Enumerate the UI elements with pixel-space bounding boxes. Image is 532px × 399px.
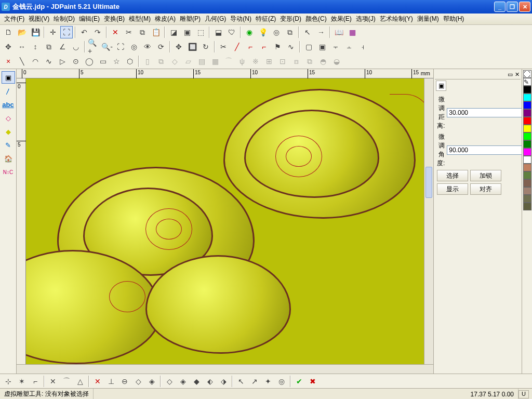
tool-region-icon[interactable]: ◇ (2, 112, 15, 124)
menu-draw[interactable]: 绘制(D) (51, 14, 77, 24)
menu-guide[interactable]: 导动(N) (228, 14, 254, 24)
swatch[interactable] (523, 86, 531, 94)
zoom-fit-icon[interactable]: ⛶ (114, 41, 127, 53)
diamond2-icon[interactable]: ◈ (177, 375, 189, 388)
scissor-icon[interactable]: ✂ (217, 41, 230, 53)
tool-measure-icon[interactable]: N↕C (2, 166, 15, 178)
op5-icon[interactable]: ▤ (195, 55, 208, 68)
cancel-icon[interactable]: ✖ (307, 375, 319, 388)
tool-bbox-icon[interactable]: ▣ (2, 71, 15, 84)
tool-brush-icon[interactable]: ✎ (2, 139, 15, 151)
swatch[interactable] (523, 109, 531, 117)
wire-icon[interactable]: ⬚ (194, 26, 207, 38)
menu-view[interactable]: 视图(V) (26, 14, 51, 24)
bulb-green-icon[interactable]: ◉ (243, 26, 256, 38)
overlap-icon[interactable]: ⧉ (284, 26, 296, 38)
paste-icon[interactable]: 📋 (150, 26, 162, 38)
op1-icon[interactable]: ▯ (141, 55, 154, 68)
refresh-icon[interactable]: ⟳ (155, 41, 167, 53)
move-icon[interactable]: ✥ (2, 41, 15, 53)
align1-icon[interactable]: ⫟ (329, 41, 342, 53)
swatch[interactable] (523, 156, 531, 164)
ptr1-icon[interactable]: ↖ (235, 375, 247, 388)
book-icon[interactable]: 📖 (332, 26, 345, 38)
ptr2-icon[interactable]: ↗ (248, 375, 261, 388)
menu-effect[interactable]: 效果(E) (329, 14, 354, 24)
diamond4-icon[interactable]: ⬖ (204, 375, 216, 388)
zoom-out-icon[interactable]: 🔍- (101, 41, 113, 53)
frame2-icon[interactable]: ▣ (316, 41, 328, 53)
swatch[interactable] (523, 94, 531, 101)
menu-options[interactable]: 选项(J) (354, 14, 378, 24)
swatch[interactable] (523, 117, 531, 125)
mid-icon[interactable]: ◇ (132, 375, 144, 388)
swatch[interactable] (523, 132, 531, 140)
op6-icon[interactable]: ▦ (209, 55, 221, 68)
arrow-right-icon[interactable]: → (315, 26, 327, 38)
maximize-button[interactable]: ❐ (507, 2, 518, 12)
arc-icon[interactable]: ◠ (29, 55, 42, 68)
nudge-distance-input[interactable] (447, 108, 529, 117)
rotate-view-icon[interactable]: ↻ (200, 41, 212, 53)
menu-deform[interactable]: 变形(D) (278, 14, 303, 24)
circle-dot-icon[interactable]: ⊙ (70, 55, 82, 68)
hexagon-icon[interactable]: ⬡ (124, 55, 136, 68)
op11-icon[interactable]: ⊡ (276, 55, 289, 68)
panel-close-icon[interactable]: ✕ (515, 71, 520, 78)
menu-file[interactable]: 文件(F) (2, 14, 26, 24)
diamond3-icon[interactable]: ◆ (190, 375, 203, 388)
open-file-icon[interactable]: 📂 (16, 26, 28, 38)
rect-icon[interactable]: ▭ (97, 55, 109, 68)
redo-icon[interactable]: ↷ (91, 26, 104, 38)
cursor-icon[interactable]: ↖ (301, 26, 314, 38)
grid-icon[interactable]: ▦ (346, 26, 358, 38)
cut-icon[interactable]: ✂ (123, 26, 135, 38)
swatch[interactable] (523, 101, 531, 109)
swatch[interactable] (523, 140, 531, 148)
save-file-icon[interactable]: 💾 (29, 26, 42, 38)
cross-icon[interactable]: ✕ (91, 375, 104, 388)
op13-icon[interactable]: ⧉ (303, 55, 316, 68)
menu-color[interactable]: 颜色(C) (303, 14, 329, 24)
align-button[interactable]: 对齐 (470, 183, 501, 195)
dim-h-icon[interactable]: ↔ (16, 41, 28, 53)
bulb-yellow-icon[interactable]: 💡 (257, 26, 269, 38)
swatch[interactable] (523, 179, 531, 187)
snap2-icon[interactable]: ✶ (16, 375, 28, 388)
swatch[interactable] (523, 195, 531, 203)
show-button[interactable]: 显示 (437, 183, 468, 195)
eye-icon[interactable]: 👁 (141, 41, 154, 53)
select-button[interactable]: 选择 (437, 170, 468, 181)
zoom-window-icon[interactable]: 🔲 (186, 41, 198, 53)
perp-icon[interactable]: ⊥ (105, 375, 117, 388)
zoom-all-icon[interactable]: ◎ (128, 41, 140, 53)
menu-geom[interactable]: 几何(G) (203, 14, 228, 24)
op10-icon[interactable]: ⊞ (263, 55, 275, 68)
select-box-icon[interactable]: ⛶ (60, 26, 73, 38)
vertical-scrollbar[interactable] (424, 78, 433, 364)
op15-icon[interactable]: ◒ (330, 55, 343, 68)
op8-icon[interactable]: ψ (236, 55, 248, 68)
panel-tab-select-icon[interactable]: ▣ (436, 81, 446, 91)
tool-text-icon[interactable]: abc (2, 98, 15, 111)
menu-feature[interactable]: 特征(Z) (254, 14, 278, 24)
copy-icon[interactable]: ⧉ (136, 26, 149, 38)
minimize-button[interactable]: _ (494, 2, 506, 12)
line-red-icon[interactable]: ╱ (231, 41, 243, 53)
frame1-icon[interactable]: ▢ (302, 41, 315, 53)
palette-picker-icon[interactable]: ⛶ (523, 70, 531, 78)
lock-button[interactable]: 加锁 (470, 170, 501, 181)
swatch[interactable] (523, 125, 531, 132)
snap3-icon[interactable]: ⌐ (29, 375, 42, 388)
swatch[interactable] (523, 164, 531, 171)
dim-box-icon[interactable]: ⧉ (43, 41, 55, 53)
scrollbar-thumb[interactable] (425, 167, 432, 198)
swatch[interactable] (523, 148, 531, 156)
check-icon[interactable]: ✔ (293, 375, 305, 388)
triangle-icon[interactable]: ▷ (56, 55, 69, 68)
crosshair-icon[interactable]: ✛ (47, 26, 59, 38)
align2-icon[interactable]: ⫠ (343, 41, 355, 53)
close-button[interactable]: ✕ (519, 2, 530, 12)
undo-icon[interactable]: ↶ (78, 26, 90, 38)
swatch[interactable] (523, 187, 531, 195)
